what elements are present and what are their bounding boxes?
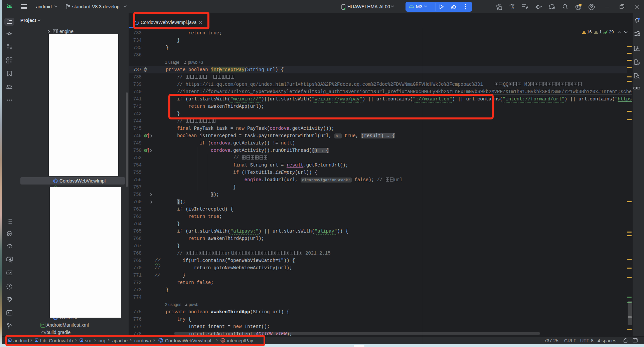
svg-text:A: A [511, 5, 514, 10]
svg-text:C: C [54, 179, 57, 183]
